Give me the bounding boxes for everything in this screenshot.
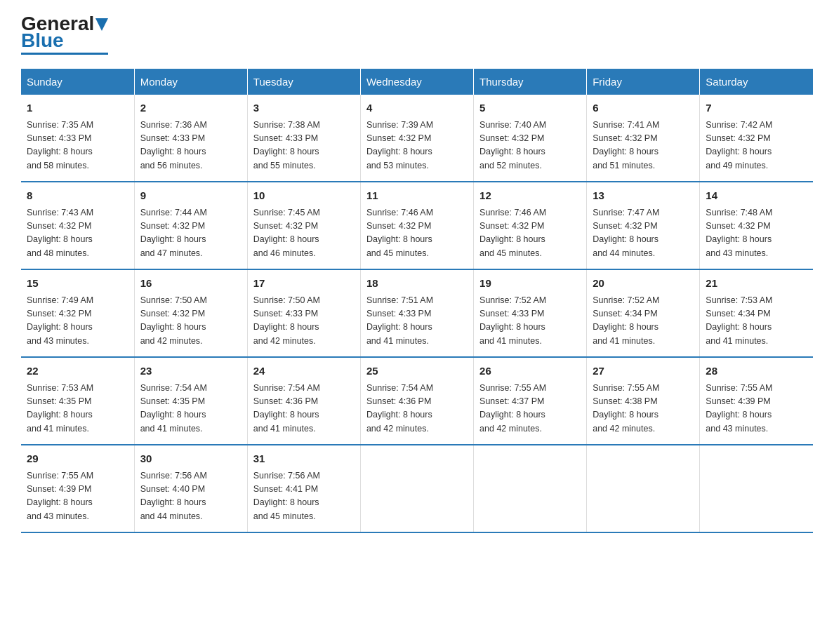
day-info: Sunrise: 7:50 AM Sunset: 4:33 PM Dayligh… [253,294,355,349]
day-info: Sunrise: 7:55 AM Sunset: 4:39 PM Dayligh… [27,469,128,524]
page-header: General Blue [21,14,813,55]
header-tuesday: Tuesday [247,69,360,95]
day-number: 3 [253,100,355,116]
day-info: Sunrise: 7:52 AM Sunset: 4:34 PM Dayligh… [593,294,694,349]
calendar-week-row: 22 Sunrise: 7:53 AM Sunset: 4:35 PM Dayl… [21,357,813,445]
calendar-cell: 12 Sunrise: 7:46 AM Sunset: 4:32 PM Dayl… [474,182,587,269]
day-number: 8 [27,188,128,204]
calendar-cell: 28 Sunrise: 7:55 AM Sunset: 4:39 PM Dayl… [700,357,813,445]
calendar-cell: 21 Sunrise: 7:53 AM Sunset: 4:34 PM Dayl… [700,269,813,357]
day-number: 21 [706,276,807,292]
calendar-cell: 17 Sunrise: 7:50 AM Sunset: 4:33 PM Dayl… [247,269,360,357]
calendar-cell: 8 Sunrise: 7:43 AM Sunset: 4:32 PM Dayli… [21,182,134,269]
day-number: 13 [593,188,694,204]
day-number: 22 [27,363,128,380]
day-number: 26 [479,363,581,380]
day-number: 27 [593,363,694,380]
calendar-cell [587,445,700,532]
calendar-cell: 23 Sunrise: 7:54 AM Sunset: 4:35 PM Dayl… [134,357,247,445]
day-info: Sunrise: 7:43 AM Sunset: 4:32 PM Dayligh… [27,206,128,261]
logo-blue-text: Blue [21,31,64,51]
day-info: Sunrise: 7:50 AM Sunset: 4:32 PM Dayligh… [140,294,241,349]
calendar-week-row: 15 Sunrise: 7:49 AM Sunset: 4:32 PM Dayl… [21,269,813,357]
calendar-cell: 11 Sunrise: 7:46 AM Sunset: 4:32 PM Dayl… [360,182,473,269]
day-number: 20 [593,276,694,292]
day-info: Sunrise: 7:49 AM Sunset: 4:32 PM Dayligh… [27,294,128,349]
calendar-cell: 26 Sunrise: 7:55 AM Sunset: 4:37 PM Dayl… [474,357,587,445]
day-number: 4 [366,100,468,116]
day-info: Sunrise: 7:55 AM Sunset: 4:38 PM Dayligh… [593,382,694,436]
day-info: Sunrise: 7:53 AM Sunset: 4:34 PM Dayligh… [706,294,807,349]
calendar-cell: 9 Sunrise: 7:44 AM Sunset: 4:32 PM Dayli… [134,182,247,269]
svg-marker-0 [95,18,108,31]
day-number: 12 [479,188,581,204]
logo-underline [21,53,108,55]
day-info: Sunrise: 7:47 AM Sunset: 4:32 PM Dayligh… [593,206,694,261]
day-number: 28 [706,363,807,380]
header-monday: Monday [134,69,247,95]
day-number: 5 [479,100,581,116]
day-number: 29 [27,451,128,467]
calendar-table: SundayMondayTuesdayWednesdayThursdayFrid… [21,69,813,533]
day-info: Sunrise: 7:55 AM Sunset: 4:37 PM Dayligh… [479,382,581,436]
header-friday: Friday [587,69,700,95]
calendar-cell [360,445,473,532]
calendar-cell: 18 Sunrise: 7:51 AM Sunset: 4:33 PM Dayl… [360,269,473,357]
calendar-cell: 2 Sunrise: 7:36 AM Sunset: 4:33 PM Dayli… [134,95,247,182]
day-info: Sunrise: 7:56 AM Sunset: 4:41 PM Dayligh… [253,469,355,524]
day-number: 10 [253,188,355,204]
day-number: 7 [706,100,807,116]
header-thursday: Thursday [474,69,587,95]
header-saturday: Saturday [700,69,813,95]
day-number: 19 [479,276,581,292]
calendar-cell: 30 Sunrise: 7:56 AM Sunset: 4:40 PM Dayl… [134,445,247,532]
day-info: Sunrise: 7:35 AM Sunset: 4:33 PM Dayligh… [27,119,128,173]
day-number: 9 [140,188,241,204]
day-number: 18 [366,276,468,292]
day-number: 1 [27,100,128,116]
calendar-cell: 29 Sunrise: 7:55 AM Sunset: 4:39 PM Dayl… [21,445,134,532]
day-info: Sunrise: 7:53 AM Sunset: 4:35 PM Dayligh… [27,382,128,436]
calendar-cell: 22 Sunrise: 7:53 AM Sunset: 4:35 PM Dayl… [21,357,134,445]
day-info: Sunrise: 7:42 AM Sunset: 4:32 PM Dayligh… [706,119,807,173]
day-info: Sunrise: 7:51 AM Sunset: 4:33 PM Dayligh… [366,294,468,349]
day-info: Sunrise: 7:56 AM Sunset: 4:40 PM Dayligh… [140,469,241,524]
calendar-cell [700,445,813,532]
calendar-cell: 5 Sunrise: 7:40 AM Sunset: 4:32 PM Dayli… [474,95,587,182]
day-info: Sunrise: 7:48 AM Sunset: 4:32 PM Dayligh… [706,206,807,261]
day-info: Sunrise: 7:54 AM Sunset: 4:35 PM Dayligh… [140,382,241,436]
calendar-cell: 25 Sunrise: 7:54 AM Sunset: 4:36 PM Dayl… [360,357,473,445]
calendar-cell: 6 Sunrise: 7:41 AM Sunset: 4:32 PM Dayli… [587,95,700,182]
calendar-cell: 16 Sunrise: 7:50 AM Sunset: 4:32 PM Dayl… [134,269,247,357]
day-number: 11 [366,188,468,204]
calendar-cell: 27 Sunrise: 7:55 AM Sunset: 4:38 PM Dayl… [587,357,700,445]
calendar-cell: 19 Sunrise: 7:52 AM Sunset: 4:33 PM Dayl… [474,269,587,357]
day-info: Sunrise: 7:41 AM Sunset: 4:32 PM Dayligh… [593,119,694,173]
calendar-cell: 3 Sunrise: 7:38 AM Sunset: 4:33 PM Dayli… [247,95,360,182]
day-info: Sunrise: 7:38 AM Sunset: 4:33 PM Dayligh… [253,119,355,173]
day-number: 23 [140,363,241,380]
day-number: 24 [253,363,355,380]
day-info: Sunrise: 7:52 AM Sunset: 4:33 PM Dayligh… [479,294,581,349]
day-info: Sunrise: 7:40 AM Sunset: 4:32 PM Dayligh… [479,119,581,173]
day-info: Sunrise: 7:54 AM Sunset: 4:36 PM Dayligh… [366,382,468,436]
day-number: 6 [593,100,694,116]
calendar-cell: 4 Sunrise: 7:39 AM Sunset: 4:32 PM Dayli… [360,95,473,182]
logo: General Blue [21,14,108,55]
calendar-cell [474,445,587,532]
day-number: 17 [253,276,355,292]
day-info: Sunrise: 7:45 AM Sunset: 4:32 PM Dayligh… [253,206,355,261]
day-info: Sunrise: 7:55 AM Sunset: 4:39 PM Dayligh… [706,382,807,436]
day-info: Sunrise: 7:54 AM Sunset: 4:36 PM Dayligh… [253,382,355,436]
day-number: 15 [27,276,128,292]
day-info: Sunrise: 7:46 AM Sunset: 4:32 PM Dayligh… [366,206,468,261]
calendar-week-row: 1 Sunrise: 7:35 AM Sunset: 4:33 PM Dayli… [21,95,813,182]
logo-triangle-icon [95,18,108,31]
calendar-cell: 14 Sunrise: 7:48 AM Sunset: 4:32 PM Dayl… [700,182,813,269]
day-number: 31 [253,451,355,467]
calendar-cell: 7 Sunrise: 7:42 AM Sunset: 4:32 PM Dayli… [700,95,813,182]
calendar-cell: 13 Sunrise: 7:47 AM Sunset: 4:32 PM Dayl… [587,182,700,269]
header-wednesday: Wednesday [360,69,473,95]
calendar-cell: 15 Sunrise: 7:49 AM Sunset: 4:32 PM Dayl… [21,269,134,357]
day-number: 16 [140,276,241,292]
